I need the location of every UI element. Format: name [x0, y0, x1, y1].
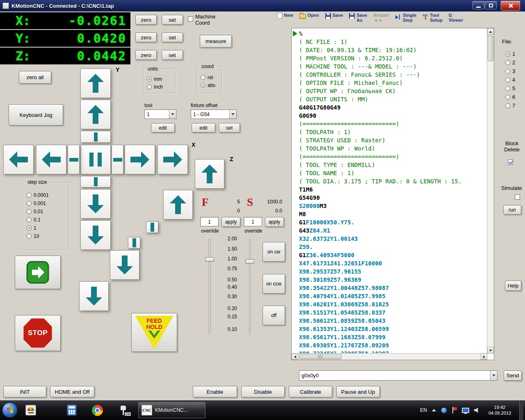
taskbar-item-calculator[interactable] — [63, 402, 81, 418]
file-option-1[interactable]: 1 — [505, 51, 515, 57]
jog-x-minus-button[interactable] — [36, 145, 66, 174]
chevron-down-icon[interactable] — [490, 371, 497, 380]
mdi-command-combo[interactable] — [299, 370, 498, 381]
jog-x-plus-fast-button[interactable] — [158, 145, 188, 174]
spindle-on-cw-button[interactable]: on cw — [262, 242, 285, 262]
spindle-on-ccw-button[interactable]: on ccw — [262, 274, 285, 294]
set-y-button[interactable]: set — [162, 32, 183, 42]
jog-z-plus-button[interactable] — [163, 190, 193, 219]
vertical-scrollbar-thumb[interactable] — [488, 36, 493, 61]
step-size-option-0-001[interactable]: 0.001 — [27, 201, 69, 206]
jog-x-plus-step-button[interactable] — [112, 145, 123, 174]
units-option-inch[interactable]: inch — [147, 84, 175, 90]
clock[interactable]: 19:42 04.09.2013 — [488, 404, 511, 416]
jog-z-minus-button[interactable] — [110, 250, 139, 280]
scroll-right-button[interactable] — [481, 354, 487, 360]
taskbar-item-chrome[interactable] — [88, 402, 106, 418]
toolbar-tool-setup-button[interactable]: ToolSetup — [422, 13, 443, 23]
maximize-button[interactable] — [485, 1, 497, 9]
start-button[interactable] — [2, 402, 18, 418]
file-option-2[interactable]: 2 — [505, 59, 515, 66]
toolbar-g-viewer-button[interactable]: GViewer — [449, 13, 463, 23]
toolbar-new-button[interactable]: New — [277, 13, 293, 19]
jog-x-minus-step-button[interactable] — [68, 145, 80, 174]
jog-pause-button[interactable] — [80, 145, 111, 174]
set-x-button[interactable]: set — [162, 15, 183, 25]
coord-option-rel[interactable]: rel — [201, 75, 221, 80]
init-button[interactable]: INIT — [3, 386, 46, 397]
toolbar-save-as-button[interactable]: SaveAs — [349, 13, 367, 23]
jog-y-plus-fast-button[interactable] — [80, 68, 111, 98]
taskbar-item-meter[interactable] — [22, 402, 40, 418]
fixture-set-button[interactable]: set — [219, 123, 240, 132]
fixture-edit-button[interactable]: edit — [192, 123, 215, 132]
scroll-left-button[interactable] — [292, 354, 298, 360]
show-hidden-icons-icon[interactable] — [432, 409, 436, 411]
keyboard-jog-button[interactable]: Keyboard Jog — [9, 104, 63, 126]
simulate-checkbox[interactable] — [515, 194, 520, 200]
send-button[interactable]: Send — [504, 370, 522, 381]
calibrate-button[interactable]: Calibrate — [289, 386, 332, 397]
zero-y-button[interactable]: zero — [135, 32, 157, 42]
coord-option-abs[interactable]: abs — [201, 82, 221, 88]
spindle-override-slider-thumb[interactable] — [245, 259, 254, 264]
jog-z-plus-step-button[interactable] — [146, 221, 158, 233]
tool-edit-button[interactable]: edit — [151, 123, 175, 132]
step-size-option-0-1[interactable]: 0.1 — [27, 217, 69, 223]
action-center-flag-icon[interactable] — [452, 407, 457, 413]
volume-icon[interactable] — [474, 407, 480, 413]
scroll-down-button[interactable] — [487, 347, 494, 354]
feed-override-input[interactable] — [200, 217, 219, 226]
zero-all-button[interactable]: zero all — [19, 71, 51, 84]
machine-coord-checkbox[interactable] — [188, 16, 193, 22]
step-size-option-0-01[interactable]: 0.01 — [27, 209, 69, 215]
cycle-start-button[interactable] — [15, 256, 61, 289]
chevron-down-icon[interactable] — [229, 110, 236, 119]
jog-y-minus-fast-button[interactable] — [80, 220, 111, 250]
spindle-override-input[interactable] — [244, 217, 262, 226]
spindle-override-slider[interactable] — [244, 235, 255, 338]
gcode-horizontal-scrollbar[interactable] — [292, 353, 487, 360]
tool-select[interactable]: 1 — [144, 110, 176, 119]
taskbar-item-kmotioncnc[interactable]: CNC KMotionCNC... — [138, 402, 205, 418]
scroll-up-button[interactable] — [487, 28, 494, 35]
jog-y-minus-step-button[interactable] — [80, 176, 111, 187]
pause-and-up-button[interactable]: Pause and Up — [336, 386, 380, 397]
kmotion-tray-icon[interactable] — [441, 407, 447, 413]
gcode-lines[interactable]: %( NC FILE : 1)( DATE: 04.09.13 & TIME: … — [292, 28, 487, 354]
disable-button[interactable]: Disable — [241, 386, 285, 397]
toolbar-save-button[interactable]: Save — [325, 13, 343, 19]
taskbar-item-plug[interactable]: DM — [114, 402, 132, 418]
home-and-off-button[interactable]: HOME and Off — [50, 386, 94, 397]
step-size-option-10[interactable]: 10 — [27, 233, 69, 239]
show-desktop-button[interactable] — [519, 400, 523, 420]
run-button[interactable]: run — [503, 205, 521, 215]
jog-y-minus-button[interactable] — [80, 189, 111, 219]
minimize-button[interactable] — [472, 1, 484, 9]
language-indicator[interactable]: EN — [420, 407, 427, 413]
spindle-apply-button[interactable]: apply — [265, 217, 284, 227]
step-size-option-1[interactable]: 1 — [27, 225, 69, 231]
feed-apply-button[interactable]: apply — [221, 217, 240, 227]
file-option-7[interactable]: 7 — [505, 103, 515, 109]
network-icon[interactable] — [462, 408, 469, 413]
feed-override-slider-thumb[interactable] — [205, 257, 214, 262]
file-option-5[interactable]: 5 — [505, 85, 515, 91]
step-size-option-0-0001[interactable]: 0.0001 — [27, 192, 69, 198]
zero-x-button[interactable]: zero — [135, 15, 157, 25]
horizontal-scrollbar-thumb[interactable] — [299, 354, 342, 359]
chevron-down-icon[interactable] — [169, 110, 176, 119]
gcode-vertical-scrollbar[interactable] — [487, 28, 494, 354]
file-option-3[interactable]: 3 — [505, 68, 515, 74]
spindle-off-button[interactable]: off — [262, 306, 285, 325]
help-button[interactable]: Help — [505, 281, 521, 291]
toolbar-open-button[interactable]: Open — [299, 13, 319, 19]
measure-button[interactable]: measure — [200, 35, 232, 48]
toolbar-restart-button[interactable]: Restart◄◄ — [373, 13, 389, 23]
file-option-6[interactable]: 6 — [505, 94, 515, 100]
jog-z-minus-fast-button[interactable] — [79, 281, 109, 311]
jog-y-plus-button[interactable] — [80, 100, 111, 129]
close-button[interactable] — [501, 1, 520, 11]
file-option-4[interactable]: 4 — [505, 77, 515, 83]
fixture-offset-select[interactable]: 1 - G54 — [191, 110, 237, 119]
